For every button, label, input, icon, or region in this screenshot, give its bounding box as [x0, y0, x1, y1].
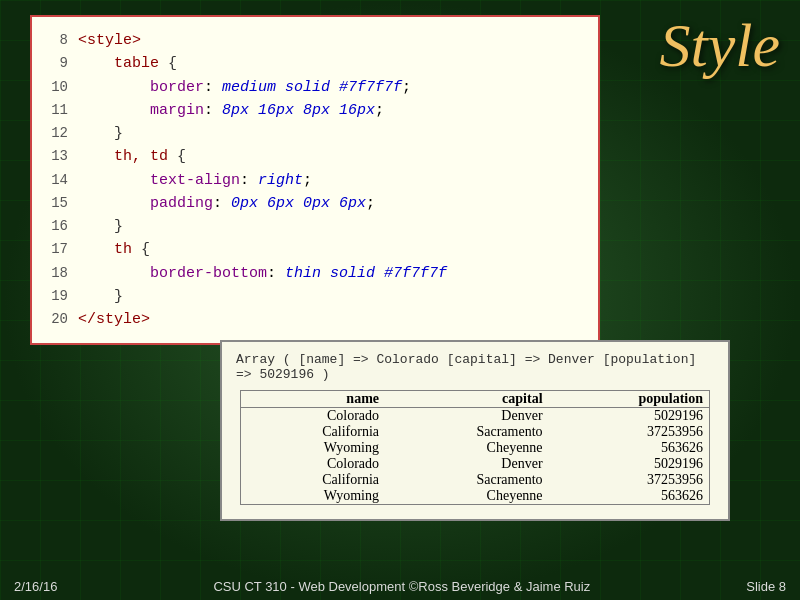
table-cell-3-2: 5029196	[549, 456, 709, 472]
line-num-8: 8	[40, 30, 68, 52]
table-cell-0-0: Colorado	[241, 408, 385, 425]
table-cell-0-1: Denver	[385, 408, 549, 425]
slide-title: Style	[660, 10, 781, 81]
code-content-16: }	[78, 215, 123, 238]
table-row: ColoradoDenver5029196	[241, 408, 709, 425]
table-row: CaliforniaSacramento37253956	[241, 424, 709, 440]
table-cell-4-1: Sacramento	[385, 472, 549, 488]
data-table-wrapper: name capital population ColoradoDenver50…	[240, 390, 710, 505]
code-panel: 8 <style> 9 table { 10 border: medium so…	[30, 15, 600, 345]
col-header-population: population	[549, 391, 709, 408]
code-content-15: padding: 0px 6px 0px 6px;	[78, 192, 375, 215]
code-line-17: 17 th {	[40, 238, 590, 261]
col-header-name: name	[241, 391, 385, 408]
line-num-17: 17	[40, 239, 68, 261]
code-line-18: 18 border-bottom: thin solid #7f7f7f	[40, 262, 590, 285]
table-cell-5-0: Wyoming	[241, 488, 385, 504]
table-row: WyomingCheyenne563626	[241, 488, 709, 504]
code-line-19: 19 }	[40, 285, 590, 308]
table-cell-2-0: Wyoming	[241, 440, 385, 456]
table-cell-3-0: Colorado	[241, 456, 385, 472]
table-cell-4-2: 37253956	[549, 472, 709, 488]
table-cell-5-1: Cheyenne	[385, 488, 549, 504]
table-header-row: name capital population	[241, 391, 709, 408]
line-num-11: 11	[40, 100, 68, 122]
line-num-14: 14	[40, 170, 68, 192]
table-cell-2-1: Cheyenne	[385, 440, 549, 456]
array-label: Array ( [name] => Colorado [capital] => …	[236, 352, 714, 382]
line-num-18: 18	[40, 263, 68, 285]
line-num-13: 13	[40, 146, 68, 168]
code-content-11: margin: 8px 16px 8px 16px;	[78, 99, 384, 122]
table-cell-3-1: Denver	[385, 456, 549, 472]
code-line-14: 14 text-align: right;	[40, 169, 590, 192]
code-content-20: </style>	[78, 308, 150, 331]
line-num-16: 16	[40, 216, 68, 238]
col-header-capital: capital	[385, 391, 549, 408]
code-line-16: 16 }	[40, 215, 590, 238]
line-num-20: 20	[40, 309, 68, 331]
code-line-10: 10 border: medium solid #7f7f7f;	[40, 76, 590, 99]
code-content-13: th, td {	[78, 145, 186, 168]
data-table: name capital population ColoradoDenver50…	[241, 391, 709, 504]
code-line-12: 12 }	[40, 122, 590, 145]
line-num-15: 15	[40, 193, 68, 215]
code-content-17: th {	[78, 238, 150, 261]
footer-date: 2/16/16	[14, 579, 57, 594]
code-content-8: <style>	[78, 29, 141, 52]
table-cell-2-2: 563626	[549, 440, 709, 456]
line-num-19: 19	[40, 286, 68, 308]
code-line-8: 8 <style>	[40, 29, 590, 52]
table-row: CaliforniaSacramento37253956	[241, 472, 709, 488]
code-content-12: }	[78, 122, 123, 145]
table-cell-1-2: 37253956	[549, 424, 709, 440]
footer-slide: Slide 8	[746, 579, 786, 594]
line-num-10: 10	[40, 77, 68, 99]
table-cell-4-0: California	[241, 472, 385, 488]
code-content-10: border: medium solid #7f7f7f;	[78, 76, 411, 99]
data-panel: Array ( [name] => Colorado [capital] => …	[220, 340, 730, 521]
table-cell-0-2: 5029196	[549, 408, 709, 425]
code-line-9: 9 table {	[40, 52, 590, 75]
table-cell-1-1: Sacramento	[385, 424, 549, 440]
table-cell-1-0: California	[241, 424, 385, 440]
footer-course: CSU CT 310 - Web Development ©Ross Bever…	[213, 579, 590, 594]
table-cell-5-2: 563626	[549, 488, 709, 504]
code-content-19: }	[78, 285, 123, 308]
code-line-11: 11 margin: 8px 16px 8px 16px;	[40, 99, 590, 122]
code-line-15: 15 padding: 0px 6px 0px 6px;	[40, 192, 590, 215]
code-content-9: table {	[78, 52, 177, 75]
line-num-12: 12	[40, 123, 68, 145]
table-row: WyomingCheyenne563626	[241, 440, 709, 456]
code-content-18: border-bottom: thin solid #7f7f7f	[78, 262, 447, 285]
code-content-14: text-align: right;	[78, 169, 312, 192]
line-num-9: 9	[40, 53, 68, 75]
table-row: ColoradoDenver5029196	[241, 456, 709, 472]
code-line-13: 13 th, td {	[40, 145, 590, 168]
code-line-20: 20 </style>	[40, 308, 590, 331]
footer: 2/16/16 CSU CT 310 - Web Development ©Ro…	[0, 579, 800, 594]
